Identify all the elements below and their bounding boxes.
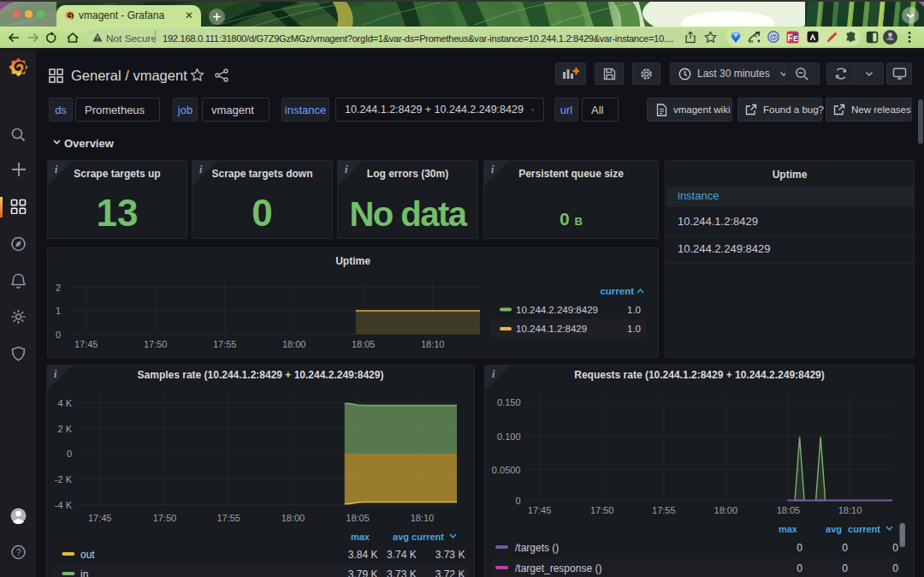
svg-text:3.74 K: 3.74 K [387,549,417,561]
svg-text:E: E [793,34,798,43]
svg-text:0: 0 [67,449,72,459]
svg-text:18:05: 18:05 [777,505,801,515]
svg-text:max: max [779,524,798,534]
svg-text:0.150: 0.150 [497,397,521,407]
svg-text:1.0: 1.0 [627,305,641,315]
svg-text:10.244.1.2:8429: 10.244.1.2:8429 [516,324,587,334]
svg-text:in: in [80,568,88,577]
svg-text:17:45: 17:45 [88,513,112,523]
svg-text:17:45: 17:45 [74,339,98,349]
svg-text:current: current [600,286,634,296]
svg-text:18:00: 18:00 [282,339,306,349]
svg-text:0: 0 [892,562,898,574]
svg-text:1: 1 [56,306,61,316]
svg-text:3.73 K: 3.73 K [435,549,465,561]
svg-text:17:50: 17:50 [144,339,168,349]
svg-text:3.79 K: 3.79 K [348,568,378,577]
svg-text:17:55: 17:55 [216,513,240,523]
svg-text:0: 0 [797,542,803,554]
svg-text:18:10: 18:10 [838,505,862,515]
svg-text:1.0: 1.0 [627,324,641,334]
svg-text:en: en [749,39,754,44]
svg-text:F: F [787,33,792,43]
svg-text:2 K: 2 K [57,424,72,434]
svg-text:0: 0 [842,562,848,574]
svg-text:3.84 K: 3.84 K [348,549,378,561]
svg-text:0: 0 [842,542,848,554]
svg-text:0: 0 [515,496,520,506]
svg-text:0: 0 [56,330,61,340]
svg-text:?: ? [16,548,21,557]
svg-text:17:45: 17:45 [528,505,552,515]
svg-text:3.73 K: 3.73 K [387,568,417,577]
svg-text:18:10: 18:10 [411,513,435,523]
svg-text:17:55: 17:55 [213,339,237,349]
svg-text:avg: avg [826,524,842,534]
svg-text:current: current [412,532,444,542]
svg-text:18:00: 18:00 [281,513,305,523]
svg-text:0: 0 [892,542,898,554]
svg-text:avg: avg [393,532,409,542]
svg-text:17:50: 17:50 [153,513,177,523]
svg-text:0: 0 [797,562,803,574]
svg-text:10.244.2.249:8429: 10.244.2.249:8429 [516,305,598,315]
svg-text:out: out [80,549,95,561]
svg-text:2: 2 [56,283,61,293]
svg-text:max: max [351,532,370,542]
svg-text:17:50: 17:50 [590,505,614,515]
svg-text:/targets (): /targets () [515,542,559,554]
svg-text:/target_response (): /target_response () [515,562,601,574]
svg-text:3.72 K: 3.72 K [435,568,465,577]
svg-text:18:00: 18:00 [714,505,738,515]
svg-text:4 K: 4 K [57,398,72,408]
svg-text:18:05: 18:05 [346,513,370,523]
svg-text:17:55: 17:55 [652,505,676,515]
svg-text:18:05: 18:05 [352,339,376,349]
svg-text:0.100: 0.100 [497,431,521,442]
svg-text:@: @ [769,32,777,41]
svg-text:-2 K: -2 K [55,474,73,485]
svg-text:current: current [848,524,880,534]
svg-text:-4 K: -4 K [55,500,73,510]
svg-text:0.0500: 0.0500 [492,465,521,475]
svg-text:18:10: 18:10 [421,339,445,349]
